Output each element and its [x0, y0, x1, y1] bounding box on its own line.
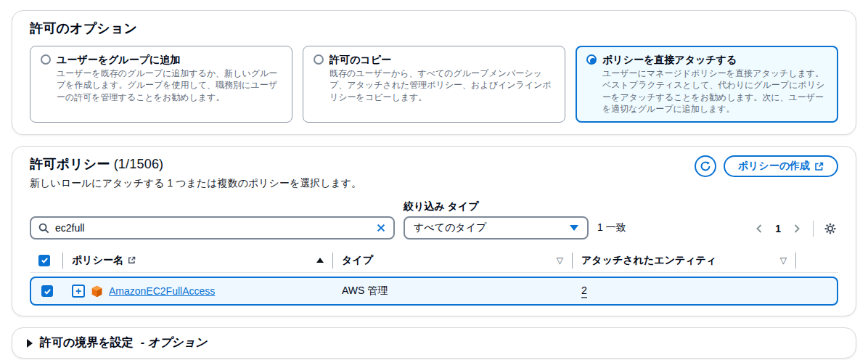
policy-type-cell: AWS 管理 — [333, 285, 573, 298]
option-description: ユーザーを既存のグループに追加するか、新しいグループを作成します。グループを使用… — [57, 68, 282, 103]
panel-actions: ポリシーの作成 — [695, 155, 838, 177]
filter-icon[interactable]: ▽ — [780, 256, 787, 265]
match-count: 1 一致 — [597, 221, 626, 240]
refresh-icon — [700, 160, 711, 172]
select-all-checkbox[interactable] — [38, 255, 50, 266]
select-all-cell — [33, 253, 63, 269]
permissions-options-tiles: ユーザーをグループに追加 ユーザーを既存のグループに追加するか、新しいグループを… — [30, 46, 838, 123]
radio-unselected-icon[interactable] — [41, 54, 51, 65]
filter-icon[interactable]: ▽ — [557, 256, 563, 265]
type-filter-label: 絞り込み タイプ — [404, 200, 589, 213]
option-label: ポリシーを直接アタッチする — [602, 52, 827, 67]
selection-count: (1/1506) — [114, 157, 164, 171]
search-icon — [38, 223, 49, 234]
expand-plus-icon[interactable]: + — [72, 285, 85, 298]
divider — [813, 221, 814, 237]
chevron-down-icon — [570, 225, 578, 231]
option-copy-permissions[interactable]: 許可のコピー 既存のユーザーから、すべてのグループメンバーシップ、アタッチされた… — [303, 46, 565, 123]
radio-unselected-icon[interactable] — [314, 54, 324, 65]
clear-search-icon[interactable] — [376, 223, 386, 233]
table-header-row: ポリシー名 タイプ ▽ アタッチされたエンティティ ▽ — [30, 248, 838, 273]
panel-title-block: 許可ポリシー (1/1506) 新しいロールにアタッチする 1 つまたは複数のポ… — [30, 155, 361, 190]
search-input[interactable] — [55, 222, 370, 234]
policy-cube-icon — [91, 285, 103, 298]
attached-entities-count[interactable]: 2 — [581, 285, 587, 298]
table-settings-button[interactable] — [822, 221, 838, 237]
permissions-boundary-accordion[interactable]: 許可の境界を設定 - オプション — [12, 327, 856, 359]
panel-title-text: 許可ポリシー — [30, 157, 110, 171]
pagination: 1 — [752, 221, 838, 240]
option-description: ユーザーにマネージドポリシーを直接アタッチします。ベストプラクティスとして、代わ… — [602, 68, 827, 115]
refresh-button[interactable] — [695, 155, 716, 177]
chevron-right-icon — [27, 339, 33, 348]
create-policy-label: ポリシーの作成 — [738, 160, 810, 173]
external-link-icon — [128, 256, 136, 264]
current-page[interactable]: 1 — [769, 223, 787, 234]
option-label: 許可のコピー — [329, 52, 554, 67]
column-label: アタッチされたエンティティ — [581, 254, 716, 267]
accordion-title: 許可の境界を設定 — [40, 335, 134, 351]
policies-table: ポリシー名 タイプ ▽ アタッチされたエンティティ ▽ — [30, 248, 838, 306]
row-checkbox[interactable] — [41, 285, 53, 297]
type-filter-select[interactable]: すべてのタイプ — [404, 216, 589, 240]
column-label: タイプ — [342, 254, 373, 267]
column-header-attached-entities[interactable]: アタッチされたエンティティ ▽ — [573, 253, 796, 269]
panel-header: 許可ポリシー (1/1506) 新しいロールにアタッチする 1 つまたは複数のポ… — [30, 155, 838, 190]
next-page-button[interactable] — [790, 221, 804, 237]
radio-selected-icon[interactable] — [586, 54, 597, 65]
policy-name-link[interactable]: AmazonEC2FullAccess — [109, 285, 215, 297]
panel-title: 許可ポリシー (1/1506) — [30, 155, 361, 173]
permissions-options-title: 許可のオプション — [30, 20, 838, 37]
option-add-user-to-group[interactable]: ユーザーをグループに追加 ユーザーを既存のグループに追加するか、新しいグループを… — [30, 46, 292, 123]
type-filter-value: すべてのタイプ — [414, 221, 486, 234]
table-row[interactable]: + AmazonEC2FullAccess AWS 管理 2 — [30, 277, 838, 306]
option-attach-policies-directly[interactable]: ポリシーを直接アタッチする ユーザーにマネージドポリシーを直接アタッチします。ベ… — [576, 46, 838, 123]
type-filter-group: 絞り込み タイプ すべてのタイプ — [404, 200, 589, 240]
sort-asc-icon[interactable] — [316, 258, 324, 263]
option-label: ユーザーをグループに追加 — [57, 52, 282, 67]
column-header-type[interactable]: タイプ ▽ — [333, 253, 573, 269]
permissions-options-section: 許可のオプション ユーザーをグループに追加 ユーザーを既存のグループに追加するか… — [12, 10, 856, 135]
external-link-icon — [814, 162, 824, 171]
panel-description: 新しいロールにアタッチする 1 つまたは複数のポリシーを選択します。 — [30, 177, 361, 190]
column-label: ポリシー名 — [72, 254, 123, 267]
attached-entities-cell: 2 — [573, 285, 796, 298]
accordion-title-suffix: - オプション — [141, 335, 208, 351]
option-text: ユーザーをグループに追加 ユーザーを既存のグループに追加するか、新しいグループを… — [57, 52, 282, 115]
option-text: 許可のコピー 既存のユーザーから、すべてのグループメンバーシップ、アタッチされた… — [329, 52, 554, 115]
previous-page-button[interactable] — [752, 221, 766, 237]
option-description: 既存のユーザーから、すべてのグループメンバーシップ、アタッチされた管理ポリシー、… — [329, 68, 554, 103]
gear-icon — [824, 222, 837, 235]
policy-search-box[interactable] — [30, 216, 395, 240]
column-header-filler — [796, 253, 835, 269]
policy-name-cell: + AmazonEC2FullAccess — [63, 285, 333, 298]
option-text: ポリシーを直接アタッチする ユーザーにマネージドポリシーを直接アタッチします。ベ… — [602, 52, 827, 115]
column-header-policy-name[interactable]: ポリシー名 — [63, 253, 333, 269]
permissions-policies-section: 許可ポリシー (1/1506) 新しいロールにアタッチする 1 つまたは複数のポ… — [12, 146, 856, 316]
iam-attach-policy-page: 許可のオプション ユーザーをグループに追加 ユーザーを既存のグループに追加するか… — [0, 0, 868, 360]
row-select-cell — [33, 285, 63, 297]
create-policy-button[interactable]: ポリシーの作成 — [724, 155, 838, 177]
filter-row: 絞り込み タイプ すべてのタイプ 1 一致 1 — [30, 200, 838, 240]
